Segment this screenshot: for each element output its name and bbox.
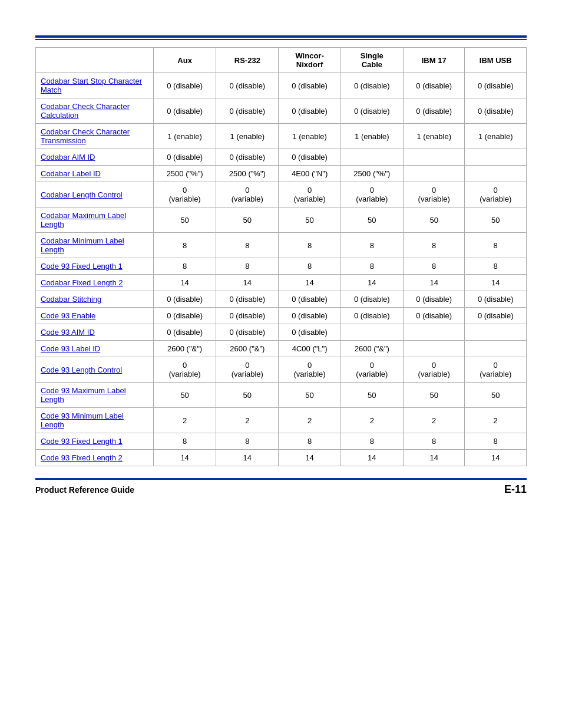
row-data-cell: 0(variable) [216, 182, 279, 207]
row-data-cell: 50 [279, 383, 340, 408]
row-data-cell: 0 (disable) [340, 291, 403, 308]
row-label-link[interactable]: Codabar Maximum Label Length [41, 211, 126, 229]
row-data-cell: 0 (disable) [279, 324, 340, 341]
row-data-cell: 50 [216, 383, 279, 408]
row-data-cell: 8 [279, 433, 340, 450]
row-label-cell[interactable]: Code 93 Fixed Length 1 [36, 433, 154, 450]
row-data-cell [465, 324, 527, 341]
row-data-cell: 2500 ("%") [340, 166, 403, 182]
row-label-cell[interactable]: Codabar Fixed Length 2 [36, 275, 154, 291]
row-data-cell: 0 (disable) [154, 308, 216, 324]
row-label-cell[interactable]: Code 93 Length Control [36, 357, 154, 383]
row-label-link[interactable]: Codabar Fixed Length 2 [41, 278, 123, 287]
row-label-cell[interactable]: Codabar Label ID [36, 166, 154, 182]
table-row: Code 93 AIM ID0 (disable)0 (disable)0 (d… [36, 324, 527, 341]
row-data-cell: 0 (disable) [216, 98, 279, 124]
top-border-thick [35, 35, 527, 38]
row-data-cell: 50 [403, 383, 465, 408]
row-data-cell [403, 341, 465, 357]
row-data-cell: 1 (enable) [465, 124, 527, 149]
row-label-cell[interactable]: Codabar Maximum Label Length [36, 207, 154, 233]
row-data-cell: 2 [216, 408, 279, 433]
row-data-cell: 8 [465, 433, 527, 450]
row-data-cell: 1 (enable) [340, 124, 403, 149]
row-data-cell: 1 (enable) [216, 124, 279, 149]
row-label-cell[interactable]: Codabar Length Control [36, 182, 154, 207]
row-data-cell: 14 [465, 275, 527, 291]
row-data-cell [403, 166, 465, 182]
row-label-cell[interactable]: Code 93 AIM ID [36, 324, 154, 341]
row-data-cell: 0 (disable) [154, 73, 216, 98]
row-label-link[interactable]: Code 93 Fixed Length 1 [41, 262, 123, 271]
table-row: Codabar Length Control0(variable)0(varia… [36, 182, 527, 207]
row-data-cell: 8 [216, 233, 279, 258]
row-data-cell: 14 [279, 275, 340, 291]
row-data-cell [403, 324, 465, 341]
row-data-cell: 8 [216, 258, 279, 275]
row-label-cell[interactable]: Codabar Start Stop Character Match [36, 73, 154, 98]
top-border-thin [35, 39, 527, 40]
row-label-link[interactable]: Code 93 Fixed Length 2 [41, 453, 123, 462]
row-label-link[interactable]: Codabar Stitching [41, 295, 101, 304]
row-data-cell: 0 (disable) [279, 308, 340, 324]
row-label-link[interactable]: Code 93 Maximum Label Length [41, 386, 126, 404]
row-data-cell: 2 [340, 408, 403, 433]
row-label-link[interactable]: Codabar Minimum Label Length [41, 236, 124, 254]
row-label-link[interactable]: Code 93 Enable [41, 311, 95, 320]
row-data-cell: 0 (disable) [279, 73, 340, 98]
row-data-cell: 2500 ("%") [216, 166, 279, 182]
row-label-link[interactable]: Codabar Label ID [41, 169, 101, 178]
row-label-cell[interactable]: Code 93 Maximum Label Length [36, 383, 154, 408]
row-data-cell: 50 [279, 207, 340, 233]
row-data-cell: 14 [403, 275, 465, 291]
row-data-cell: 14 [340, 275, 403, 291]
row-data-cell: 14 [216, 275, 279, 291]
row-label-link[interactable]: Codabar AIM ID [41, 153, 95, 162]
row-label-cell[interactable]: Code 93 Enable [36, 308, 154, 324]
row-label-link[interactable]: Codabar Check Character Transmission [41, 127, 130, 145]
row-label-link[interactable]: Code 93 Fixed Length 1 [41, 437, 123, 446]
row-data-cell [403, 149, 465, 166]
row-data-cell: 0 (disable) [403, 98, 465, 124]
table-row: Code 93 Fixed Length 1888888 [36, 433, 527, 450]
row-label-link[interactable]: Code 93 AIM ID [41, 328, 95, 337]
row-data-cell: 0 (disable) [465, 291, 527, 308]
row-label-cell[interactable]: Codabar Check Character Transmission [36, 124, 154, 149]
row-label-cell[interactable]: Codabar Minimum Label Length [36, 233, 154, 258]
row-data-cell: 0(variable) [340, 357, 403, 383]
row-label-cell[interactable]: Code 93 Fixed Length 1 [36, 258, 154, 275]
row-label-link[interactable]: Code 93 Label ID [41, 344, 100, 353]
col-header-single: SingleCable [340, 48, 403, 73]
row-label-cell[interactable]: Codabar Stitching [36, 291, 154, 308]
row-data-cell: 0(variable) [403, 357, 465, 383]
row-label-cell[interactable]: Code 93 Label ID [36, 341, 154, 357]
row-label-link[interactable]: Code 93 Length Control [41, 365, 122, 374]
main-table: Aux RS-232 Wincor-Nixdorf SingleCable IB… [35, 47, 527, 466]
row-data-cell: 0 (disable) [154, 149, 216, 166]
row-label-cell[interactable]: Code 93 Minimum Label Length [36, 408, 154, 433]
row-data-cell: 4E00 ("N") [279, 166, 340, 182]
row-label-link[interactable]: Code 93 Minimum Label Length [41, 411, 124, 429]
row-data-cell: 2 [154, 408, 216, 433]
row-data-cell: 0 (disable) [340, 98, 403, 124]
row-data-cell: 0 (disable) [340, 73, 403, 98]
table-row: Codabar Check Character Transmission1 (e… [36, 124, 527, 149]
row-label-link[interactable]: Codabar Check Character Calculation [41, 102, 130, 120]
row-data-cell: 1 (enable) [279, 124, 340, 149]
table-row: Code 93 Enable0 (disable)0 (disable)0 (d… [36, 308, 527, 324]
col-header-label [36, 48, 154, 73]
row-data-cell: 0(variable) [403, 182, 465, 207]
row-label-cell[interactable]: Codabar Check Character Calculation [36, 98, 154, 124]
row-data-cell: 2600 ("&") [340, 341, 403, 357]
row-label-link[interactable]: Codabar Length Control [41, 190, 123, 199]
row-label-link[interactable]: Codabar Start Stop Character Match [41, 77, 142, 94]
row-data-cell: 8 [465, 258, 527, 275]
row-data-cell: 0(variable) [279, 182, 340, 207]
row-data-cell: 14 [216, 450, 279, 466]
row-data-cell: 50 [154, 383, 216, 408]
row-label-cell[interactable]: Codabar AIM ID [36, 149, 154, 166]
row-data-cell: 8 [340, 258, 403, 275]
row-data-cell: 8 [279, 233, 340, 258]
footer-page: E-11 [504, 483, 527, 496]
row-label-cell[interactable]: Code 93 Fixed Length 2 [36, 450, 154, 466]
